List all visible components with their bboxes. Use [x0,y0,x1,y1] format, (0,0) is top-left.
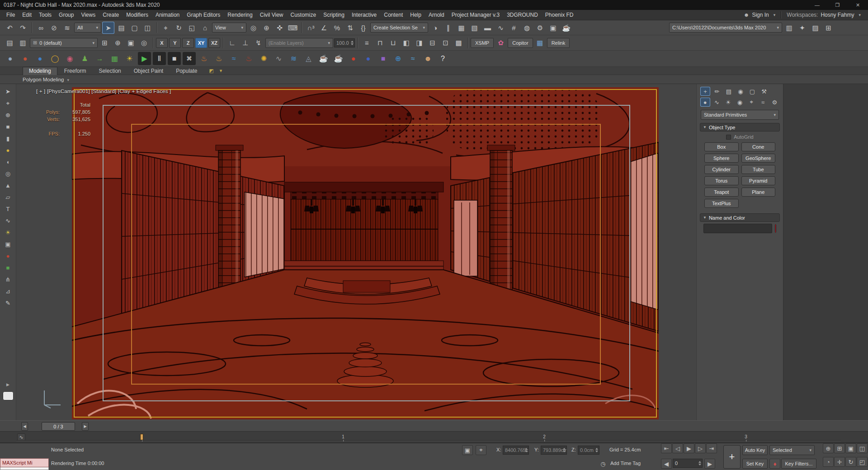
align-camera-icon[interactable]: ◨ [413,37,425,49]
object-name-input[interactable] [703,224,772,233]
fire-icon-3[interactable]: ♨ [242,52,255,65]
menu-item[interactable]: 3DGROUND [503,10,542,20]
curve-editor-icon[interactable]: ∿ [495,22,507,34]
layer-explorer-toggle-icon[interactable]: ▥ [17,37,29,49]
menu-item[interactable]: Project Manager v.3 [448,10,504,20]
zoom-extents-icon[interactable]: ▣ [845,443,856,453]
snap-frozen-icon[interactable]: ∟ [226,37,238,49]
ribbon-tab[interactable]: Modeling [23,67,57,75]
object-type-button[interactable]: GeoSphere [741,154,776,163]
shapes-category-icon[interactable]: ∿ [712,98,722,107]
selection-lock-icon[interactable]: ▣ [462,445,473,455]
open-in-explorer-icon[interactable]: ▥ [783,22,795,34]
window-crossing-icon[interactable]: ◫ [142,22,154,34]
axis-constraint-button[interactable]: XY [195,38,207,48]
sign-in-caret-icon[interactable]: ▾ [774,13,776,17]
workspace-caret-icon[interactable]: ▾ [859,13,861,17]
coffee-icon[interactable]: ☕ [317,52,330,65]
previous-frame-arrow[interactable]: ◀ [21,422,28,431]
shelf-sphere-red-icon[interactable]: ● [19,52,32,65]
stop-animation-icon[interactable]: ■ [168,52,181,65]
object-type-button[interactable]: Tube [741,165,776,174]
z-coordinate-field[interactable]: 0.0cm [578,446,599,455]
select-and-move-icon[interactable]: ⌖ [160,22,172,34]
ribbon-tab[interactable]: Populate [170,67,203,75]
quick-align-icon[interactable]: ⊓ [374,37,386,49]
object-type-rollout-header[interactable]: ▼ Object Type [700,123,780,132]
angle-snap-icon[interactable]: ∠ [318,22,330,34]
strip-swatch-button[interactable] [3,391,14,400]
select-by-name-icon[interactable]: ▤ [115,22,127,34]
pan-icon[interactable]: ✛ [834,457,845,467]
cube-purple-icon[interactable]: ■ [377,52,390,65]
edit-named-selection-sets-icon[interactable]: {} [357,22,369,34]
object-type-button[interactable]: Teapot [704,188,739,197]
menu-item[interactable]: File [3,10,19,20]
mini-curve-editor-icon[interactable]: ∿ [17,433,25,441]
delete-icon[interactable]: ✖ [183,52,196,65]
ocean-icon[interactable]: ≈ [406,52,420,65]
cone-primitive-icon[interactable]: ▲ [2,180,14,191]
autogrid-checkbox[interactable] [726,135,731,140]
light-tool-icon[interactable]: ☀ [2,227,14,238]
wave-sim-icon[interactable]: ≋ [287,52,300,65]
move-tool-icon[interactable]: ⌖ [2,98,14,109]
key-filters-button[interactable]: Key Filters... [781,459,816,469]
sun-icon[interactable]: ☀ [123,52,136,65]
text-tool-icon[interactable]: T [2,203,14,215]
previous-frame-icon[interactable]: ◀ [661,459,672,469]
play-animation-icon[interactable]: ▶ [138,52,151,65]
boat-icon[interactable]: ◬ [302,52,315,65]
select-and-place-icon[interactable]: ⌂ [199,22,211,34]
plane-primitive-icon[interactable]: ▱ [2,192,14,203]
flow-arrow-icon[interactable]: → [93,52,106,65]
maxscript-mini-listener[interactable]: MAXScript Mi [0,458,49,467]
axis-constraint-button[interactable]: XZ [208,38,220,48]
rectangular-selection-region-icon[interactable]: ▢ [128,22,141,34]
mirror-icon[interactable]: ◑ [429,22,441,34]
key-filter-icon[interactable]: ♦ [769,459,780,469]
menu-item[interactable]: Graph Editors [183,10,224,20]
render-production-icon[interactable]: ☕ [560,22,572,34]
shelf-sphere-blue-icon[interactable]: ● [4,52,17,65]
recent-templates-icon[interactable]: ✦ [796,22,808,34]
zoom-all-icon[interactable]: ⊞ [834,443,845,453]
render-setup-icon[interactable]: ⚙ [534,22,546,34]
shelf-ring-icon[interactable]: ◯ [48,52,61,65]
minimize-button[interactable]: — [807,0,827,10]
add-selection-to-layer-icon[interactable]: ⊕ [112,37,124,49]
sphere-red2-icon[interactable]: ● [347,52,360,65]
enable-layers-dropdown[interactable]: (Enable Layers) [265,38,333,48]
percent-spinner[interactable]: 100.0 [334,38,355,47]
current-frame-field[interactable]: 0 [673,459,703,468]
unlink-selection-icon[interactable]: ⊘ [48,22,60,34]
play-icon[interactable]: ▶ [684,443,694,453]
viewport-label[interactable]: [ + ] [PhysCamera001] [Standard] [Clay +… [36,89,171,94]
menu-item[interactable]: Rendering [224,10,256,20]
hemisphere-icon[interactable]: ◖ [2,156,14,168]
lights-category-icon[interactable]: ☀ [723,98,733,107]
teapot-icon[interactable]: ☕ [332,52,345,65]
sphere-blue2-icon[interactable]: ● [362,52,375,65]
copitor-button[interactable]: Copitor [508,38,533,48]
menu-item[interactable]: Civil View [256,10,287,20]
toggle-ribbon-icon[interactable]: ▬ [481,22,494,34]
active-layer-dropdown[interactable]: ⊞0 (default) [30,38,98,48]
place-highlight-icon[interactable]: ◧ [400,37,412,49]
burst-icon[interactable]: ✺ [257,52,270,65]
strip-expand-icon[interactable]: ▶ [5,381,12,388]
orbit-icon[interactable]: ↻ [845,457,856,467]
torus-primitive-icon[interactable]: ◎ [2,168,14,179]
select-object-icon[interactable]: ➤ [102,22,114,34]
motion-tab-icon[interactable]: ◉ [736,87,745,96]
object-type-button[interactable]: Pyramid [741,176,776,185]
maximize-viewport-icon[interactable]: ◰ [857,457,868,467]
use-pivot-point-icon[interactable]: ◎ [247,22,259,34]
menu-item[interactable]: Animation [152,10,183,20]
spline-tool-icon[interactable]: ∿ [2,215,14,226]
ribbon-tab[interactable]: Object Paint [128,67,169,75]
select-and-scale-icon[interactable]: ◱ [186,22,198,34]
material-editor-icon[interactable]: ◍ [521,22,533,34]
go-to-end-icon[interactable]: ⇥ [706,443,717,453]
undo-icon[interactable]: ↶ [4,22,16,34]
